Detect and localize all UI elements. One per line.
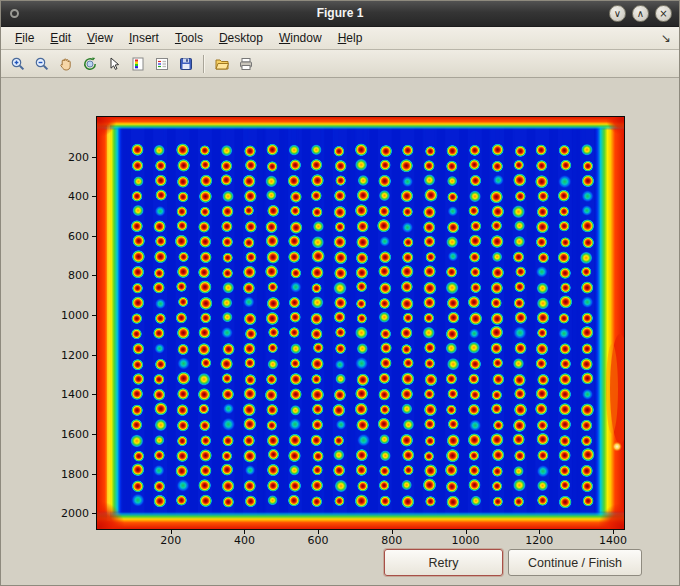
menu-file[interactable]: File: [7, 28, 42, 48]
y-tick-mark: [92, 157, 97, 158]
x-tick-mark: [318, 529, 319, 534]
x-tick-label: 1400: [599, 534, 627, 547]
y-tick-mark: [92, 315, 97, 316]
y-tick-mark: [92, 236, 97, 237]
y-tick-label: 200: [68, 150, 89, 163]
menu-insert[interactable]: Insert: [121, 28, 167, 48]
print-button[interactable]: [234, 52, 258, 75]
titlebar[interactable]: Figure 1 ∨ ∧ ×: [1, 1, 679, 27]
y-tick-label: 1000: [61, 309, 89, 322]
open-button[interactable]: [210, 52, 234, 75]
y-tick-mark: [92, 474, 97, 475]
maximize-button[interactable]: ∧: [632, 5, 649, 22]
retry-button[interactable]: Retry: [384, 549, 503, 576]
x-tick-mark: [613, 529, 614, 534]
menu-desktop[interactable]: Desktop: [211, 28, 271, 48]
x-tick-mark: [466, 529, 467, 534]
zoom-out-button[interactable]: [30, 52, 54, 75]
dock-figure-icon[interactable]: ↘: [661, 31, 671, 45]
window-controls: ∨ ∧ ×: [609, 5, 672, 22]
open-folder-icon: [214, 56, 230, 72]
x-tick-mark: [171, 529, 172, 534]
x-tick-label: 800: [381, 534, 402, 547]
y-tick-mark: [92, 196, 97, 197]
y-tick-mark: [92, 513, 97, 514]
zoom-in-icon: [10, 56, 26, 72]
window-title: Figure 1: [1, 6, 679, 20]
figure-window: Figure 1 ∨ ∧ × File Edit View Insert Too…: [0, 0, 680, 586]
y-tick-mark: [92, 394, 97, 395]
y-tick-label: 2000: [61, 507, 89, 520]
toolbar: [1, 50, 679, 78]
x-tick-label: 600: [308, 534, 329, 547]
rotate-3d-icon: [82, 56, 98, 72]
image-plot[interactable]: [97, 117, 624, 529]
axes: 2004006008001000120014001600180020002004…: [96, 116, 625, 530]
colorbar-icon: [130, 56, 146, 72]
y-tick-label: 600: [68, 229, 89, 242]
menu-tools[interactable]: Tools: [167, 28, 211, 48]
y-tick-label: 1200: [61, 348, 89, 361]
legend-icon: [154, 56, 170, 72]
menubar: File Edit View Insert Tools Desktop Wind…: [1, 27, 679, 50]
pan-hand-icon: [58, 56, 74, 72]
data-cursor-icon: [106, 56, 122, 72]
close-button[interactable]: ×: [655, 5, 672, 22]
y-tick-label: 1600: [61, 427, 89, 440]
x-tick-mark: [539, 529, 540, 534]
save-icon: [178, 56, 194, 72]
y-tick-mark: [92, 355, 97, 356]
insert-legend-button[interactable]: [150, 52, 174, 75]
menu-view[interactable]: View: [79, 28, 121, 48]
print-icon: [238, 56, 254, 72]
save-button[interactable]: [174, 52, 198, 75]
x-tick-label: 1000: [452, 534, 480, 547]
y-tick-label: 1400: [61, 388, 89, 401]
toolbar-separator: [203, 55, 205, 73]
colorbar-button[interactable]: [126, 52, 150, 75]
y-tick-label: 400: [68, 190, 89, 203]
x-tick-mark: [392, 529, 393, 534]
zoom-in-button[interactable]: [6, 52, 30, 75]
x-tick-mark: [244, 529, 245, 534]
zoom-out-icon: [34, 56, 50, 72]
y-tick-label: 800: [68, 269, 89, 282]
x-tick-label: 1200: [525, 534, 553, 547]
y-tick-label: 1800: [61, 467, 89, 480]
menu-help[interactable]: Help: [330, 28, 371, 48]
menu-window[interactable]: Window: [271, 28, 330, 48]
continue-finish-button[interactable]: Continue / Finish: [508, 549, 642, 576]
y-tick-mark: [92, 434, 97, 435]
pan-button[interactable]: [54, 52, 78, 75]
y-tick-mark: [92, 275, 97, 276]
minimize-button[interactable]: ∨: [609, 5, 626, 22]
rotate-3d-button[interactable]: [78, 52, 102, 75]
x-tick-label: 400: [234, 534, 255, 547]
menu-edit[interactable]: Edit: [42, 28, 79, 48]
x-tick-label: 200: [160, 534, 181, 547]
data-cursor-button[interactable]: [102, 52, 126, 75]
